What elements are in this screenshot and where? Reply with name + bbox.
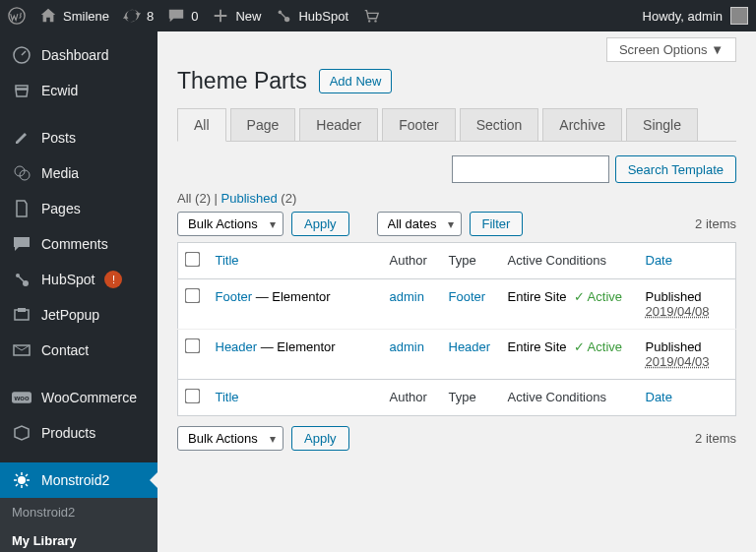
subsub-all[interactable]: All [177, 191, 191, 206]
items-count-top: 2 items [695, 216, 736, 231]
tab-section[interactable]: Section [460, 108, 539, 141]
screen-options-label: Screen Options [619, 42, 708, 57]
row-date-stamp: 2019/04/08 [646, 304, 728, 319]
tab-page[interactable]: Page [230, 108, 296, 141]
row-checkbox[interactable] [185, 288, 201, 304]
wp-logo-icon[interactable] [8, 7, 26, 25]
row-scope: Entire Site [508, 289, 567, 304]
sidebar-item-dashboard[interactable]: Dashboard [0, 37, 158, 73]
svg-point-4 [374, 20, 376, 22]
row-type-link[interactable]: Header [449, 339, 491, 354]
col-type-foot: Type [441, 380, 500, 416]
col-conditions-foot: Active Conditions [500, 380, 638, 416]
type-tabs: All Page Header Footer Section Archive S… [177, 108, 736, 142]
sidebar-item-contact[interactable]: Contact [0, 333, 158, 368]
tab-archive[interactable]: Archive [542, 108, 622, 141]
col-author-foot: Author [382, 380, 441, 416]
col-date-foot[interactable]: Date [638, 380, 736, 416]
col-author: Author [382, 243, 441, 279]
svg-point-3 [368, 20, 370, 22]
row-title-link[interactable]: Header [216, 339, 258, 354]
row-title-suffix: — Elementor [252, 289, 330, 304]
sidebar-item-hubspot[interactable]: HubSpot! [0, 262, 158, 297]
sidebar-item-media[interactable]: Media [0, 155, 158, 191]
tab-single[interactable]: Single [626, 108, 698, 141]
bulk-actions-select[interactable]: Bulk Actions [177, 212, 284, 236]
row-author-link[interactable]: admin [390, 339, 424, 354]
updates-link[interactable]: 8 [123, 7, 154, 25]
svg-text:woo: woo [14, 394, 30, 402]
tab-all[interactable]: All [177, 108, 226, 142]
filter-button[interactable]: Filter [470, 212, 524, 236]
svg-rect-9 [18, 308, 26, 312]
submenu-monstroid2[interactable]: Monstroid2 [0, 498, 158, 526]
admin-sidebar: Dashboard Ecwid Posts Media Pages Commen… [0, 31, 158, 552]
sidebar-label: Pages [41, 201, 81, 216]
add-new-button[interactable]: Add New [319, 69, 393, 93]
sidebar-item-ecwid[interactable]: Ecwid [0, 73, 158, 108]
bulk-apply-button[interactable]: Apply [291, 212, 349, 236]
date-filter-select[interactable]: All dates [377, 212, 462, 236]
notification-badge: ! [104, 271, 122, 288]
new-label: New [235, 9, 261, 24]
table-row: Footer — Elementor admin Footer Entire S… [178, 279, 736, 330]
hubspot-link[interactable]: HubSpot [275, 7, 348, 25]
sidebar-label: Monstroid2 [41, 472, 109, 488]
bulk-actions-select-bottom[interactable]: Bulk Actions [177, 426, 284, 451]
sidebar-item-pages[interactable]: Pages [0, 191, 158, 226]
avatar[interactable] [730, 7, 748, 25]
sidebar-label: Ecwid [41, 83, 78, 98]
sidebar-item-posts[interactable]: Posts [0, 120, 158, 155]
search-input[interactable] [452, 155, 609, 183]
row-date-label: Published [646, 339, 728, 354]
new-link[interactable]: New [212, 7, 261, 25]
row-type-link[interactable]: Footer [449, 289, 486, 304]
sidebar-label: Media [41, 165, 79, 181]
tab-footer[interactable]: Footer [382, 108, 455, 141]
col-title-foot[interactable]: Title [208, 380, 382, 416]
screen-options-button[interactable]: Screen Options ▼ [606, 37, 736, 62]
row-checkbox[interactable] [185, 338, 201, 354]
row-date-stamp: 2019/04/03 [646, 354, 728, 369]
sidebar-label: Products [41, 425, 95, 441]
site-link[interactable]: Smilene [39, 7, 109, 25]
select-all-checkbox-bottom[interactable] [185, 389, 201, 404]
items-count-bottom: 2 items [695, 431, 736, 446]
comments-count: 0 [191, 9, 198, 24]
subsub-published[interactable]: Published [221, 191, 278, 206]
row-title-link[interactable]: Footer [216, 289, 253, 304]
bulk-apply-button-bottom[interactable]: Apply [291, 426, 349, 451]
svg-point-12 [18, 476, 26, 484]
row-scope: Entire Site [508, 339, 567, 354]
sidebar-label: Comments [41, 236, 108, 252]
sidebar-label: HubSpot [41, 272, 94, 287]
sidebar-label: Posts [41, 130, 76, 146]
select-all-checkbox[interactable] [185, 252, 201, 268]
tab-header[interactable]: Header [299, 108, 378, 141]
table-row: Header — Elementor admin Header Entire S… [178, 330, 736, 380]
row-author-link[interactable]: admin [390, 289, 424, 304]
cart-icon[interactable] [362, 7, 380, 25]
col-conditions: Active Conditions [500, 243, 638, 279]
sidebar-item-jetpopup[interactable]: JetPopup [0, 297, 158, 333]
row-status: ✓ Active [574, 289, 622, 304]
page-title: Theme Parts [177, 68, 307, 94]
row-title-suffix: — Elementor [257, 339, 335, 354]
col-title[interactable]: Title [208, 243, 382, 279]
hubspot-label: HubSpot [298, 9, 348, 24]
sidebar-item-woocommerce[interactable]: wooWooCommerce [0, 380, 158, 415]
sidebar-item-products[interactable]: Products [0, 415, 158, 451]
col-date[interactable]: Date [638, 243, 736, 279]
sidebar-item-monstroid2[interactable]: Monstroid2 [0, 462, 158, 498]
sidebar-label: Contact [41, 342, 89, 358]
search-button[interactable]: Search Template [615, 155, 736, 183]
howdy-text[interactable]: Howdy, admin [643, 9, 723, 24]
sidebar-item-comments[interactable]: Comments [0, 226, 158, 262]
submenu-my-library[interactable]: My Library [0, 526, 158, 552]
sidebar-label: Dashboard [41, 47, 109, 63]
row-status: ✓ Active [574, 339, 622, 354]
sidebar-label: JetPopup [41, 307, 99, 323]
comments-link[interactable]: 0 [167, 7, 198, 25]
updates-count: 8 [147, 9, 154, 24]
sidebar-label: WooCommerce [41, 390, 137, 405]
